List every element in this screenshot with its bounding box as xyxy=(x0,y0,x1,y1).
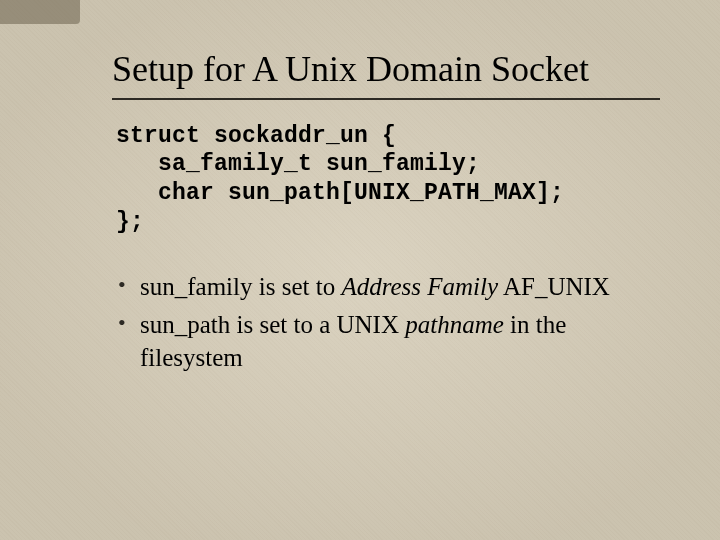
bullet-list: sun_family is set to Address Family AF_U… xyxy=(112,271,660,375)
bullet-1-text-c: AF_UNIX xyxy=(498,273,610,300)
title-underline xyxy=(112,98,660,100)
bullet-1-text-a: sun_family is set to xyxy=(140,273,341,300)
code-line-4: }; xyxy=(116,209,144,235)
bullet-item-1: sun_family is set to Address Family AF_U… xyxy=(112,271,660,304)
bullet-2-text-a: sun_path is set to a UNIX xyxy=(140,311,405,338)
code-line-3: char sun_path[UNIX_PATH_MAX]; xyxy=(116,180,564,206)
slide-title: Setup for A Unix Domain Socket xyxy=(112,50,660,90)
code-line-1: struct sockaddr_un { xyxy=(116,123,396,149)
code-block: struct sockaddr_un { sa_family_t sun_fam… xyxy=(116,122,660,237)
bullet-item-2: sun_path is set to a UNIX pathname in th… xyxy=(112,309,660,374)
bullet-1-italic: Address Family xyxy=(341,273,498,300)
code-line-2: sa_family_t sun_family; xyxy=(116,151,480,177)
bullet-2-italic: pathname xyxy=(405,311,504,338)
slide: Setup for A Unix Domain Socket struct so… xyxy=(0,0,720,540)
